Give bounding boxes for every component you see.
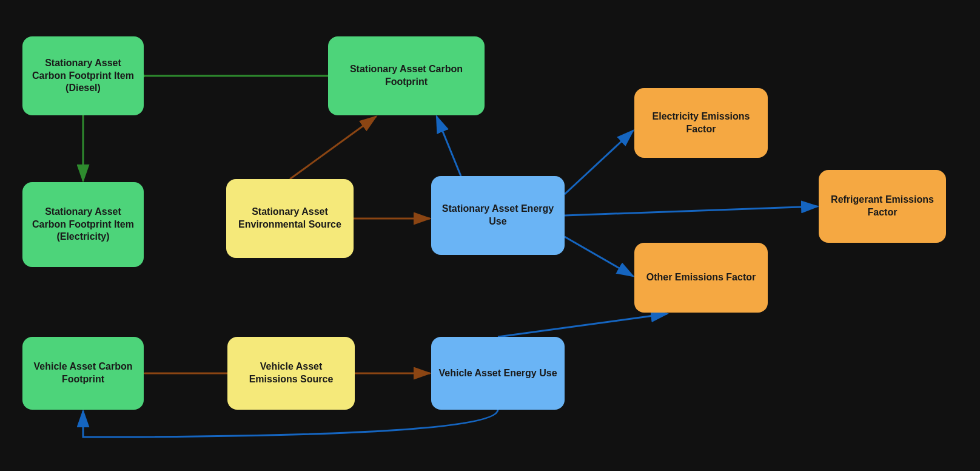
node-stationary-energy-use: Stationary Asset Energy Use bbox=[431, 176, 565, 255]
arrow-vehicle-energy-to-carbon bbox=[83, 410, 498, 437]
arrow-vehicle-energy-to-other bbox=[498, 314, 667, 337]
diagram-container: Stationary Asset Carbon Footprint Item (… bbox=[0, 0, 980, 471]
node-vehicle-energy-use: Vehicle Asset Energy Use bbox=[431, 337, 565, 410]
arrow-energy-to-other-factor bbox=[565, 237, 633, 276]
arrow-energy-to-carbon bbox=[437, 117, 461, 176]
arrow-energy-to-refrigerant bbox=[565, 206, 817, 215]
node-refrigerant-emissions-factor: Refrigerant Emissions Factor bbox=[819, 170, 946, 243]
node-stationary-carbon-item-diesel: Stationary Asset Carbon Footprint Item (… bbox=[22, 36, 144, 115]
node-vehicle-emissions-source: Vehicle Asset Emissions Source bbox=[227, 337, 355, 410]
node-stationary-carbon-item-electricity: Stationary Asset Carbon Footprint Item (… bbox=[22, 182, 144, 267]
arrow-energy-to-electricity-factor bbox=[565, 130, 633, 194]
node-stationary-env-source: Stationary Asset Environmental Source bbox=[226, 179, 354, 258]
arrow-env-to-carbon bbox=[290, 117, 376, 179]
node-other-emissions-factor: Other Emissions Factor bbox=[634, 243, 768, 313]
node-vehicle-carbon-footprint: Vehicle Asset Carbon Footprint bbox=[22, 337, 144, 410]
node-stationary-carbon-footprint: Stationary Asset Carbon Footprint bbox=[328, 36, 485, 115]
node-electricity-emissions-factor: Electricity Emissions Factor bbox=[634, 88, 768, 158]
